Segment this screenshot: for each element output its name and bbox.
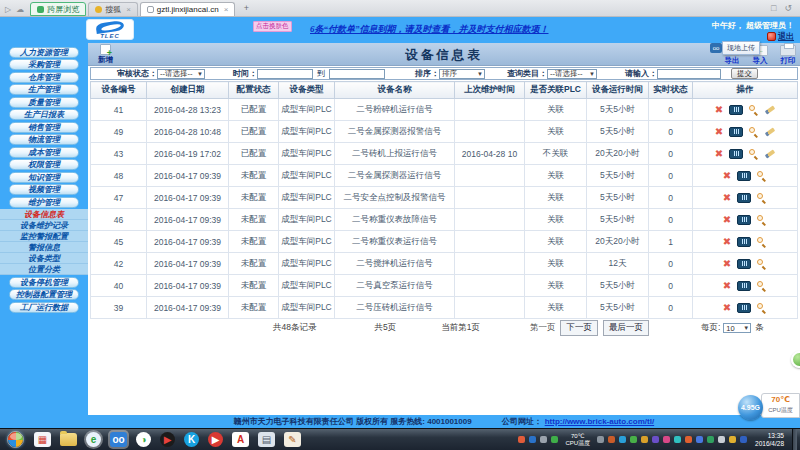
sidebar-subitem[interactable]: 警报信息 — [0, 242, 88, 253]
clear-config-icon[interactable] — [765, 149, 775, 158]
calculator-icon[interactable]: ▤ — [258, 432, 275, 447]
sort-select[interactable]: 排序 ▼ — [439, 69, 485, 79]
sidebar-item[interactable]: 生产日报表 — [9, 109, 79, 120]
tray-icon[interactable] — [729, 436, 736, 443]
paint-tool-icon[interactable]: ✎ — [284, 432, 301, 447]
sidebar-subitem[interactable]: 设备类型 — [0, 253, 88, 264]
audit-status-select[interactable]: --请选择-- ▼ — [157, 69, 205, 79]
sidebar-item[interactable]: 物流管理 — [9, 134, 79, 145]
category-select[interactable]: --请选择-- ▼ — [547, 69, 597, 79]
delete-icon[interactable]: ✖ — [715, 105, 723, 115]
tray-icon[interactable] — [529, 436, 536, 443]
monitor-panel-icon[interactable] — [737, 237, 751, 247]
sidebar-item[interactable]: 维护管理 — [9, 197, 79, 208]
delete-icon[interactable]: ✖ — [723, 171, 731, 181]
delete-icon[interactable]: ✖ — [723, 215, 731, 225]
floating-green-badge[interactable] — [791, 351, 800, 368]
delete-icon[interactable]: ✖ — [723, 193, 731, 203]
delete-icon[interactable]: ✖ — [723, 303, 731, 313]
monitor-panel-icon[interactable] — [737, 215, 751, 225]
per-page-select[interactable]: 10 ▼ — [723, 323, 751, 333]
monitor-panel-icon[interactable] — [729, 105, 743, 115]
sidebar-subitem[interactable]: 监控警报配置 — [0, 231, 88, 242]
tab-close-icon[interactable]: × — [224, 5, 229, 14]
clear-config-icon[interactable] — [765, 127, 775, 136]
time-from-input[interactable] — [257, 69, 313, 79]
view-detail-icon[interactable] — [749, 105, 759, 115]
sidebar-item[interactable]: 仓库管理 — [9, 72, 79, 83]
screen-share-app-icon[interactable]: oo — [110, 432, 127, 447]
monitor-panel-icon[interactable] — [729, 149, 743, 159]
cloud-sync-icon[interactable]: ☁ — [16, 5, 24, 14]
tray-icon[interactable] — [740, 436, 747, 443]
tray-icon[interactable] — [663, 436, 670, 443]
view-detail-icon[interactable] — [757, 303, 767, 313]
view-detail-icon[interactable] — [757, 215, 767, 225]
view-detail-icon[interactable] — [749, 127, 759, 137]
start-menu-button[interactable] — [7, 431, 24, 448]
sidebar-item[interactable]: 工厂运行数据 — [9, 302, 79, 313]
potplayer-icon[interactable]: ▶ — [160, 432, 175, 447]
next-page-button[interactable]: 下一页 — [560, 320, 598, 336]
sidebar-item[interactable]: 权限管理 — [9, 159, 79, 170]
sidebar-item[interactable]: 控制器配置管理 — [9, 289, 79, 300]
sidebar-subitem[interactable]: 位置分类 — [0, 264, 88, 275]
sidebar-item[interactable]: 质量管理 — [9, 97, 79, 108]
monitor-panel-icon[interactable] — [737, 171, 751, 181]
sidebar-item[interactable]: 人力资源管理 — [9, 47, 79, 58]
view-detail-icon[interactable] — [749, 149, 759, 159]
tray-icon[interactable] — [707, 436, 714, 443]
last-page-button[interactable]: 最后一页 — [603, 320, 649, 336]
sidebar-item[interactable]: 销售管理 — [9, 122, 79, 133]
tray-icon[interactable] — [685, 436, 692, 443]
sidebar-item[interactable]: 成本管理 — [9, 147, 79, 158]
show-desktop-button[interactable] — [792, 429, 797, 450]
site-link[interactable]: http://www.brick-auto.com/tl/ — [545, 417, 654, 426]
monitor-panel-icon[interactable] — [729, 127, 743, 137]
tray-icon[interactable] — [718, 436, 725, 443]
tray-icon[interactable] — [630, 436, 637, 443]
folder-explorer-icon[interactable] — [60, 433, 77, 446]
view-detail-icon[interactable] — [757, 281, 767, 291]
tray-icon[interactable] — [518, 436, 525, 443]
sidebar-item[interactable]: 采购管理 — [9, 59, 79, 70]
sidebar-item[interactable]: 知识管理 — [9, 172, 79, 183]
taskbar-clock[interactable]: 13:35 2016/4/28 — [755, 432, 784, 448]
time-to-input[interactable] — [329, 69, 385, 79]
360-safe-icon[interactable]: ▦ — [34, 432, 51, 447]
tray-icon[interactable] — [551, 436, 558, 443]
first-page-button[interactable]: 第一页 — [530, 322, 556, 334]
undo-icon[interactable]: ↺ — [784, 3, 792, 13]
keyword-input[interactable] — [657, 69, 721, 79]
view-detail-icon[interactable] — [757, 259, 767, 269]
sidebar-subitem[interactable]: 设备信息表 — [0, 209, 88, 220]
memory-ball-widget[interactable]: 4.95G — [738, 395, 763, 420]
view-detail-icon[interactable] — [757, 193, 767, 203]
sidebar-item[interactable]: 视频管理 — [9, 184, 79, 195]
360-browser-icon[interactable]: ◑ — [136, 432, 151, 447]
tray-icon[interactable] — [608, 436, 615, 443]
delete-icon[interactable]: ✖ — [723, 237, 731, 247]
cpu-temp-widget[interactable]: 70℃ CPU温度 — [761, 393, 800, 418]
view-detail-icon[interactable] — [757, 237, 767, 247]
logout-button[interactable]: 退出 — [767, 31, 794, 42]
delete-icon[interactable]: ✖ — [723, 281, 731, 291]
change-skin-button[interactable]: 点击换肤色 — [253, 21, 292, 32]
restore-window-icon[interactable]: □ — [771, 3, 776, 13]
sidebar-item[interactable]: 设备停机管理 — [9, 277, 79, 288]
tray-icon[interactable] — [652, 436, 659, 443]
view-detail-icon[interactable] — [757, 171, 767, 181]
clear-config-icon[interactable] — [765, 105, 775, 114]
media-player-icon[interactable]: ▶ — [208, 432, 223, 447]
collapse-arrow-icon[interactable]: ▷ — [5, 5, 11, 14]
sidebar-subitem[interactable]: 设备维护记录 — [0, 220, 88, 231]
tray-icon[interactable] — [540, 436, 547, 443]
print-button[interactable]: 打印 — [780, 45, 796, 66]
monitor-panel-icon[interactable] — [737, 259, 751, 269]
notice-marquee[interactable]: 6条“付款单”信息到期，请及时查看，并及时支付相应款项！ — [310, 23, 549, 36]
browser-tab[interactable]: 搜狐× — [88, 2, 138, 16]
tray-icon[interactable] — [619, 436, 626, 443]
monitor-panel-icon[interactable] — [737, 193, 751, 203]
tray-icon[interactable] — [696, 436, 703, 443]
sidebar-item[interactable]: 生产管理 — [9, 84, 79, 95]
